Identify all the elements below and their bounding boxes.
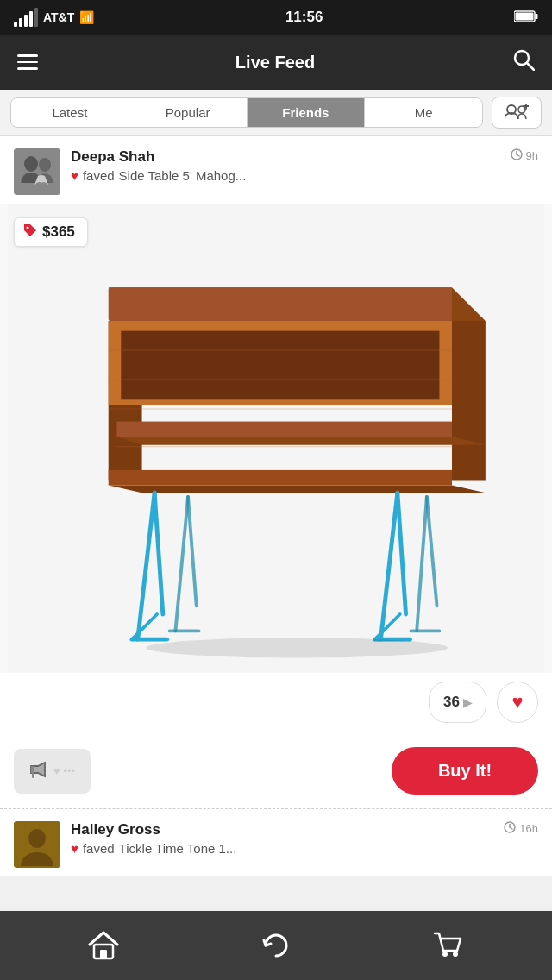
nav-bar: Live Feed (0, 35, 552, 90)
post-action-verb: faved (83, 168, 115, 183)
tab-bar: Latest Popular Friends Me (0, 90, 552, 136)
svg-line-14 (517, 154, 519, 156)
post-action: ♥ faved Side Table 5' Mahog... (71, 168, 538, 183)
hamburger-line (17, 61, 38, 64)
bottom-overlay-bar (0, 911, 552, 980)
post-info-2: Halley Gross 16h ♥ faved Tickle Time Ton… (71, 821, 538, 856)
post-header: Deepa Shah 9h ♥ faved (0, 136, 552, 204)
svg-line-52 (510, 827, 512, 829)
svg-rect-54 (100, 950, 107, 958)
promote-hearts: ♥ ••• (53, 764, 75, 777)
svg-line-4 (527, 63, 534, 70)
svg-point-55 (442, 952, 448, 957)
signal-bars-icon (14, 8, 38, 27)
cart-overlay-icon[interactable] (433, 930, 464, 961)
post-2-action-verb: faved (83, 841, 115, 856)
post-2-username: Halley Gross (71, 821, 160, 839)
svg-point-56 (453, 952, 458, 957)
status-bar: AT&T 📶 11:56 (0, 0, 552, 35)
add-friends-button[interactable] (492, 97, 542, 129)
avatar[interactable] (14, 148, 60, 195)
feed-container: Deepa Shah 9h ♥ faved (0, 136, 552, 876)
svg-rect-1 (536, 14, 538, 19)
post-2-action: ♥ faved Tickle Time Tone 1... (71, 841, 538, 856)
heart-icon-2: ♥ (71, 841, 78, 856)
svg-marker-24 (116, 437, 485, 445)
svg-point-11 (39, 158, 51, 172)
tab-popular[interactable]: Popular (129, 98, 248, 127)
product-image (0, 204, 552, 673)
action-bar: ♥ ••• Buy It! (0, 738, 552, 808)
heart-fave-button[interactable]: ♥ (497, 682, 538, 723)
clock-icon (511, 148, 523, 163)
add-friends-icon (505, 104, 529, 122)
heart-icon: ♥ (71, 168, 78, 183)
battery-icon (514, 10, 538, 25)
arrow-icon: ▶ (463, 696, 472, 709)
tab-group: Latest Popular Friends Me (10, 97, 483, 128)
tab-me[interactable]: Me (365, 98, 482, 127)
price-value: $365 (42, 223, 75, 241)
fave-count: 36 (443, 694, 460, 711)
avatar-2-image (14, 821, 60, 868)
svg-marker-20 (452, 321, 486, 481)
hamburger-line (17, 67, 38, 70)
promote-button[interactable]: ♥ ••• (14, 749, 91, 794)
wifi-icon: 📶 (79, 10, 94, 24)
svg-rect-25 (109, 470, 452, 485)
menu-button[interactable] (17, 54, 38, 70)
fave-count-badge[interactable]: 36 ▶ (429, 682, 486, 723)
post-item-2: Halley Gross 16h ♥ faved Tickle Time Ton… (0, 809, 552, 876)
home-overlay-icon[interactable] (88, 931, 119, 960)
svg-point-10 (24, 156, 38, 172)
refresh-overlay-icon[interactable] (260, 930, 292, 961)
svg-rect-23 (116, 422, 452, 437)
buy-button[interactable]: Buy It! (392, 747, 538, 795)
avatar-2[interactable] (14, 821, 60, 868)
post-product-title[interactable]: Side Table 5' Mahog... (119, 168, 247, 183)
tab-friends[interactable]: Friends (248, 98, 366, 127)
heart-fave-icon: ♥ (511, 691, 523, 713)
status-time: 11:56 (285, 9, 323, 26)
svg-point-49 (28, 829, 46, 848)
reaction-bar: 36 ▶ ♥ (0, 673, 552, 738)
post-info: Deepa Shah 9h ♥ faved (71, 148, 538, 183)
tab-latest[interactable]: Latest (11, 98, 129, 127)
post-item: Deepa Shah 9h ♥ faved (0, 136, 552, 809)
post-2-time: 16h (504, 821, 538, 836)
status-left: AT&T 📶 (14, 8, 94, 27)
nav-title: Live Feed (235, 53, 315, 72)
svg-point-6 (518, 106, 525, 113)
post-time-value: 9h (526, 149, 538, 162)
price-tag: $365 (14, 217, 88, 247)
svg-rect-2 (516, 12, 534, 20)
avatar-image (14, 148, 60, 195)
carrier-label: AT&T (43, 10, 74, 24)
svg-rect-22 (121, 331, 439, 400)
product-image-wrapper[interactable]: $365 (0, 204, 552, 673)
clock-icon-2 (504, 821, 516, 836)
megaphone-icon (29, 761, 48, 782)
post-2-product-title[interactable]: Tickle Time Tone 1... (119, 841, 237, 856)
post-time: 9h (511, 148, 538, 163)
svg-rect-9 (14, 148, 60, 195)
svg-point-45 (146, 638, 448, 657)
hamburger-line (17, 54, 38, 57)
status-right (514, 10, 538, 25)
svg-rect-46 (31, 766, 34, 773)
svg-point-15 (27, 227, 29, 229)
svg-marker-26 (109, 485, 486, 493)
price-tag-icon (23, 223, 37, 241)
post-2-time-value: 16h (519, 822, 538, 835)
svg-rect-18 (109, 287, 452, 321)
search-icon[interactable] (512, 48, 535, 76)
reaction-counts: 36 ▶ ♥ (14, 682, 538, 723)
post-username: Deepa Shah (71, 148, 154, 166)
